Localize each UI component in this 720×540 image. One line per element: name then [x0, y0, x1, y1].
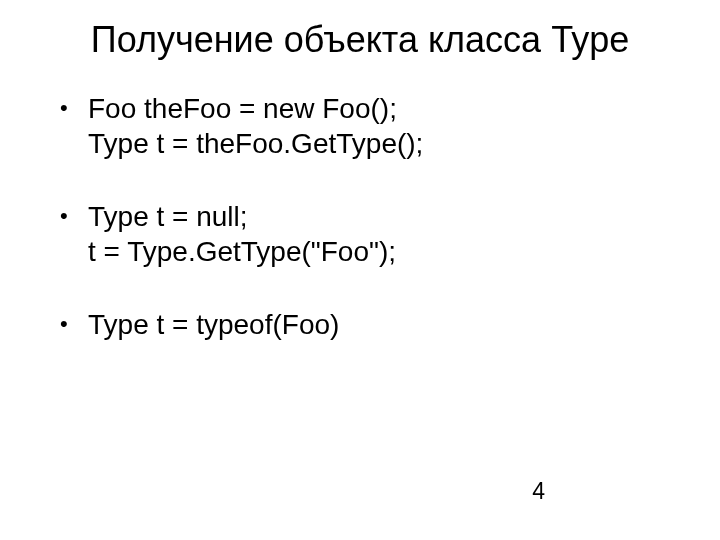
bullet-list: Foo theFoo = new Foo(); Type t = theFoo.…	[40, 91, 680, 342]
slide: Получение объекта класса Type Foo theFoo…	[0, 0, 720, 540]
list-item: Type t = typeof(Foo)	[60, 307, 680, 342]
code-line: t = Type.GetType("Foo");	[88, 236, 396, 267]
list-item: Foo theFoo = new Foo(); Type t = theFoo.…	[60, 91, 680, 161]
slide-title: Получение объекта класса Type	[40, 18, 680, 61]
code-line: Type t = theFoo.GetType();	[88, 128, 423, 159]
code-line: Foo theFoo = new Foo();	[88, 93, 397, 124]
code-line: Type t = null;	[88, 201, 248, 232]
list-item: Type t = null; t = Type.GetType("Foo");	[60, 199, 680, 269]
page-number: 4	[532, 478, 545, 505]
code-line: Type t = typeof(Foo)	[88, 309, 339, 340]
